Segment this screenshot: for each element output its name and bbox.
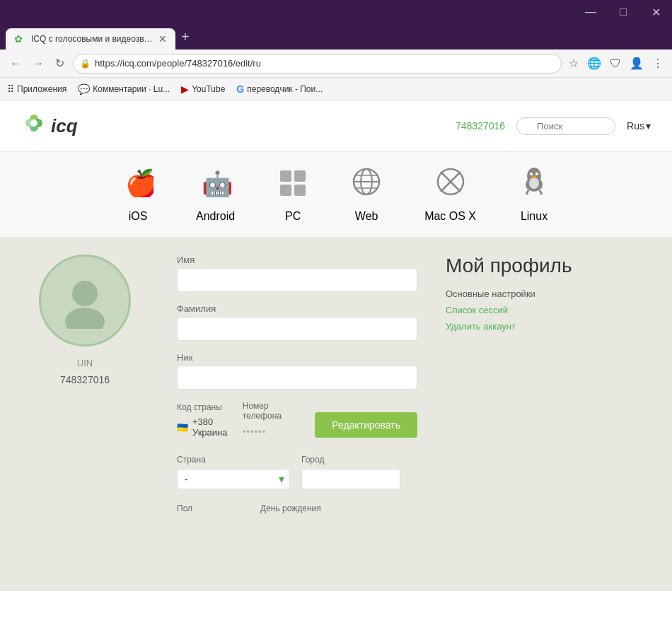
lock-icon: 🔒: [80, 59, 91, 69]
bookmark-comments-label: Комментарии · Lu...: [93, 84, 170, 94]
web-icon: [351, 166, 382, 204]
bookmark-star-icon[interactable]: ☆: [567, 55, 580, 71]
phone-label: Номер телефона: [243, 401, 290, 421]
bookmark-apps-label: Приложения: [17, 84, 66, 94]
lang-arrow-icon: ▾: [646, 120, 651, 132]
download-web-label: Web: [355, 210, 378, 223]
svg-point-22: [530, 173, 533, 175]
name-label: Имя: [177, 255, 417, 265]
surname-label: Фамилия: [177, 303, 417, 314]
flag-icon: 🇺🇦: [177, 422, 188, 433]
nick-input[interactable]: [177, 366, 417, 390]
apps-icon: ⠿: [7, 83, 14, 95]
location-section: Страна - Украина Россия США ▾ Город: [177, 455, 417, 489]
youtube-icon: ▶: [181, 83, 189, 95]
download-section: 🍎 iOS 🤖 Android PC: [0, 152, 672, 238]
bookmark-translator-label: переводчик - Пои...: [247, 84, 323, 94]
icq-flower-icon: [21, 110, 47, 141]
new-tab-button[interactable]: +: [175, 29, 195, 45]
minimize-button[interactable]: —: [574, 0, 607, 24]
svg-text:🍎: 🍎: [125, 168, 153, 197]
download-ios[interactable]: 🍎 iOS: [122, 166, 153, 223]
nick-field-group: Ник: [177, 352, 417, 390]
phone-value: ••••••: [243, 426, 266, 437]
uin-number: 748327016: [60, 374, 110, 385]
download-linux[interactable]: Linux: [519, 166, 550, 223]
more-button[interactable]: ⋮: [651, 55, 665, 71]
nick-label: Ник: [177, 352, 417, 363]
search-wrapper: 🔍: [516, 117, 615, 135]
phone-number-group: Номер телефона ••••••: [243, 401, 290, 438]
my-profile-title: Мой профиль: [446, 255, 601, 277]
country-select-wrapper: - Украина Россия США ▾: [177, 469, 290, 489]
download-android-label: Android: [196, 210, 235, 223]
url-container: 🔒: [73, 54, 562, 74]
country-code-label: Код страны: [177, 402, 228, 412]
svg-point-28: [65, 308, 105, 329]
birthday-group: День рождения: [260, 503, 321, 518]
reload-button[interactable]: ↻: [52, 54, 67, 73]
language-selector[interactable]: Rus ▾: [627, 120, 651, 132]
download-android[interactable]: 🤖 Android: [196, 166, 235, 223]
svg-point-24: [532, 175, 536, 178]
bookmark-translator[interactable]: G переводчик - Пои...: [236, 83, 323, 95]
bookmarks-bar: ⠿ Приложения 💬 Комментарии · Lu... ▶ You…: [0, 78, 672, 100]
country-select[interactable]: - Украина Россия США: [177, 469, 290, 489]
svg-line-25: [526, 190, 528, 194]
tab-bar: ✿ ICQ с голосовыми и видеозвон... ✕ +: [0, 24, 672, 49]
gender-birthday-section: Пол День рождения: [177, 503, 417, 518]
icq-uin-link[interactable]: 748327016: [456, 120, 505, 132]
city-input[interactable]: [301, 469, 400, 489]
svg-rect-9: [280, 185, 291, 196]
avatar-svg: [57, 272, 113, 329]
surname-field-group: Фамилия: [177, 303, 417, 341]
search-input[interactable]: [516, 117, 615, 135]
delete-account-link[interactable]: Удалить аккаунт: [446, 321, 601, 332]
close-button[interactable]: ✕: [639, 0, 672, 24]
active-tab[interactable]: ✿ ICQ с голосовыми и видеозвон... ✕: [6, 28, 175, 49]
edit-phone-button[interactable]: Редактировать: [315, 412, 417, 438]
sessions-link[interactable]: Список сессий: [446, 305, 601, 315]
bookmark-apps[interactable]: ⠿ Приложения: [7, 83, 66, 95]
name-input[interactable]: [177, 268, 417, 292]
surname-input[interactable]: [177, 317, 417, 341]
browser-content: icq 748327016 🔍 Rus ▾ 🍎 iOS 🤖 Andr: [0, 100, 672, 635]
forward-button[interactable]: →: [30, 54, 47, 73]
extensions-icon[interactable]: 🌐: [586, 55, 603, 71]
address-bar: ← → ↻ 🔒 ☆ 🌐 🛡 👤 ⋮: [0, 49, 672, 78]
ios-icon: 🍎: [122, 166, 153, 204]
svg-rect-8: [294, 170, 306, 182]
country-flag-display: 🇺🇦 +380 Украина: [177, 416, 228, 438]
cast-icon[interactable]: 🛡: [608, 56, 622, 71]
icq-logo: icq: [21, 110, 78, 141]
url-input[interactable]: [73, 54, 562, 74]
download-pc[interactable]: PC: [277, 166, 308, 223]
svg-point-4: [30, 120, 37, 127]
download-web[interactable]: Web: [351, 166, 382, 223]
google-icon: G: [236, 83, 244, 95]
svg-rect-10: [294, 185, 306, 196]
download-macosx-label: Mac OS X: [424, 210, 476, 223]
bookmark-youtube-label: YouTube: [192, 84, 225, 94]
pc-icon: [277, 166, 308, 204]
tab-close-button[interactable]: ✕: [158, 33, 167, 45]
download-macosx[interactable]: Mac OS X: [424, 166, 476, 223]
svg-line-26: [540, 190, 542, 194]
city-label: Город: [301, 455, 400, 465]
country-code-group: Код страны 🇺🇦 +380 Украина: [177, 402, 228, 438]
bookmark-youtube[interactable]: ▶ YouTube: [181, 83, 225, 95]
gender-label: Пол: [177, 503, 192, 513]
gender-group: Пол: [177, 503, 192, 518]
profile-icon[interactable]: 👤: [628, 55, 645, 71]
bookmark-comments[interactable]: 💬 Комментарии · Lu...: [78, 83, 170, 95]
android-icon: 🤖: [200, 166, 231, 204]
birthday-label: День рождения: [260, 503, 321, 513]
avatar[interactable]: [39, 255, 131, 346]
settings-link[interactable]: Основные настройки: [446, 289, 601, 299]
back-button[interactable]: ←: [7, 54, 24, 73]
phone-section: Код страны 🇺🇦 +380 Украина Номер телефон…: [177, 401, 417, 438]
svg-point-27: [72, 281, 98, 306]
maximize-button[interactable]: □: [607, 0, 639, 24]
comments-icon: 💬: [78, 83, 90, 95]
tab-title: ICQ с голосовыми и видеозвон...: [31, 34, 153, 44]
